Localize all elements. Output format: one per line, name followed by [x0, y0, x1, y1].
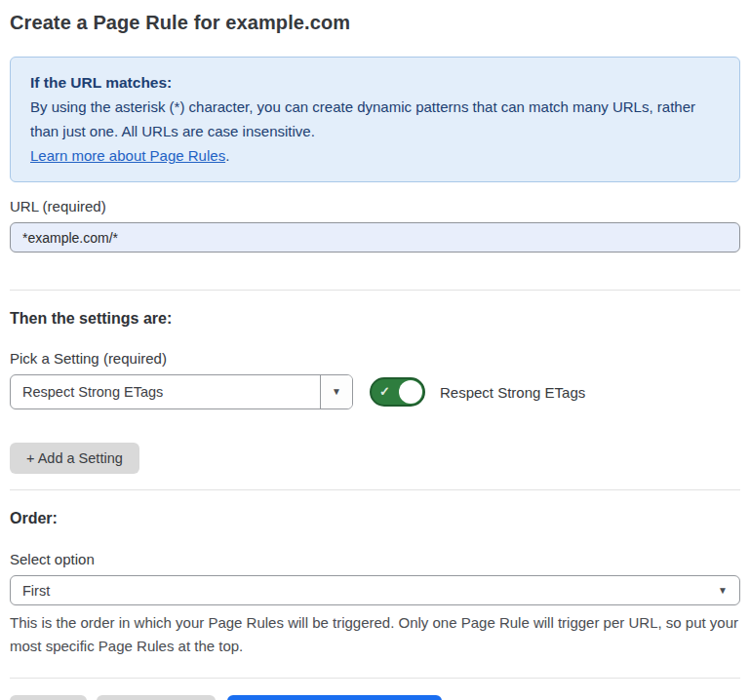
setting-dropdown-value: Respect Strong ETags	[11, 375, 320, 408]
cancel-button[interactable]: Cancel	[10, 695, 87, 700]
order-select-value: First	[22, 583, 50, 599]
pick-setting-label: Pick a Setting (required)	[10, 350, 740, 367]
order-help-text: This is the order in which your Page Rul…	[10, 611, 740, 658]
save-as-draft-button[interactable]: Save as Draft	[97, 695, 216, 700]
form-actions: Cancel Save as Draft Save and Deploy Pag…	[10, 695, 740, 700]
url-input[interactable]	[10, 222, 740, 253]
create-page-rule-form: Create a Page Rule for example.com If th…	[0, 0, 750, 700]
url-field-label: URL (required)	[10, 198, 740, 214]
setting-toggle[interactable]: ✓	[370, 377, 425, 407]
toggle-knob	[399, 380, 422, 404]
section-divider	[10, 290, 740, 291]
order-section-heading: Order:	[10, 510, 740, 527]
chevron-down-icon: ▼	[332, 387, 341, 397]
learn-more-link[interactable]: Learn more about Page Rules	[30, 147, 225, 164]
order-select[interactable]: First ▼	[10, 575, 740, 605]
url-match-info-box: If the URL matches: By using the asteris…	[10, 57, 740, 182]
page-title: Create a Page Rule for example.com	[10, 12, 740, 34]
save-and-deploy-button[interactable]: Save and Deploy Page Rule	[227, 695, 442, 700]
section-divider	[10, 678, 740, 679]
order-select-label: Select option	[10, 551, 740, 567]
check-icon: ✓	[379, 384, 390, 399]
setting-dropdown[interactable]: Respect Strong ETags ▼	[10, 374, 353, 409]
toggle-label: Respect Strong ETags	[440, 384, 585, 401]
section-divider	[10, 489, 740, 490]
info-box-link-line: Learn more about Page Rules.	[30, 143, 720, 168]
info-box-body: By using the asterisk (*) character, you…	[30, 95, 720, 143]
info-box-heading: If the URL matches:	[30, 70, 720, 95]
setting-dropdown-arrow-button[interactable]: ▼	[320, 375, 352, 408]
link-suffix: .	[225, 147, 229, 164]
settings-section-heading: Then the settings are:	[10, 310, 740, 328]
chevron-down-icon: ▼	[718, 586, 728, 596]
setting-row: Respect Strong ETags ▼ ✓ Respect Strong …	[10, 374, 740, 409]
add-setting-button[interactable]: + Add a Setting	[10, 443, 139, 474]
